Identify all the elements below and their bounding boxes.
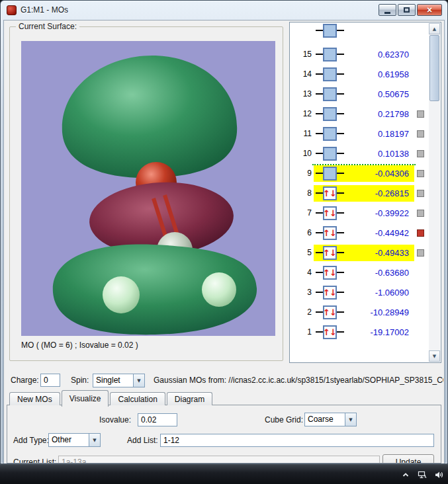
mo-indicator[interactable]: [417, 170, 424, 177]
mo-occupied-icon[interactable]: ↑↓: [323, 325, 337, 339]
mo-level-line[interactable]: 0.10138: [314, 145, 414, 162]
level-wire: [316, 232, 323, 233]
add-list-input[interactable]: [160, 434, 434, 447]
mo-list-scrollbar[interactable]: ▲ ▼: [429, 23, 440, 362]
chevron-down-icon[interactable]: ▼: [133, 374, 144, 387]
mo-indicator[interactable]: [417, 130, 424, 138]
mo-row[interactable]: 7↑↓-0.39922: [291, 203, 429, 223]
mo-indicator[interactable]: [417, 190, 424, 197]
spin-label: Spin:: [71, 376, 89, 385]
update-button[interactable]: Update: [382, 454, 434, 464]
mo-occupied-icon[interactable]: ↑↓: [323, 246, 337, 260]
mo-indicator-empty: [417, 269, 424, 276]
tab-new-mos[interactable]: New MOs: [9, 392, 60, 405]
mo-level-line[interactable]: ↑↓-19.17002: [314, 324, 414, 341]
close-button[interactable]: ×: [417, 4, 442, 16]
mo-occupied-icon[interactable]: ↑↓: [323, 305, 337, 319]
tab-diagram[interactable]: Diagram: [167, 392, 212, 405]
mo-row[interactable]: 100.10138: [291, 143, 429, 163]
mo-level-line[interactable]: 0.62370: [314, 46, 414, 63]
mo-level-line[interactable]: [314, 23, 414, 39]
cube-grid-select-value: Coarse: [305, 413, 345, 426]
mo-occupied-icon[interactable]: ↑↓: [323, 226, 337, 240]
mo-row[interactable]: 110.18197: [291, 124, 429, 143]
minimize-icon: [384, 12, 390, 14]
mo-number: 11: [296, 129, 312, 138]
titlebar[interactable]: G1:M1 - MOs ×: [1, 1, 447, 20]
spin-select[interactable]: Singlet ▼: [93, 374, 145, 387]
maximize-icon: [404, 7, 410, 13]
mo-level-line[interactable]: ↑↓-0.39922: [314, 205, 414, 222]
mo-level-line[interactable]: ↑↓-10.28949: [314, 304, 414, 321]
scroll-down-button[interactable]: ▼: [429, 350, 440, 362]
mo-level-line[interactable]: 0.50675: [314, 86, 414, 102]
scroll-up-button[interactable]: ▲: [429, 23, 440, 34]
mo-virtual-icon[interactable]: [323, 147, 337, 161]
mo-level-line[interactable]: 0.61958: [314, 66, 414, 83]
mo-row[interactable]: 8↑↓-0.26815: [291, 183, 429, 203]
mo-level-line[interactable]: ↑↓-1.06090: [314, 284, 414, 301]
mo-row[interactable]: 3↑↓-1.06090: [291, 282, 429, 302]
mo-row[interactable]: 4↑↓-0.63680: [291, 262, 429, 282]
mo-level-line[interactable]: ↑↓-0.49433: [314, 245, 414, 261]
maximize-button[interactable]: [398, 4, 416, 16]
mo-indicator[interactable]: [417, 229, 424, 237]
isovalue-input[interactable]: [138, 413, 177, 426]
chevron-down-icon[interactable]: ▼: [345, 413, 356, 426]
cube-grid-select[interactable]: Coarse ▼: [304, 413, 357, 426]
mo-row[interactable]: [291, 27, 429, 44]
mo-row[interactable]: 9-0.04306: [291, 163, 429, 183]
mo-indicator-empty: [417, 71, 424, 78]
mo-energy: -0.49433: [344, 248, 412, 258]
scrollbar-thumb[interactable]: [429, 35, 439, 101]
mo-indicator[interactable]: [417, 150, 424, 157]
tab-calculation[interactable]: Calculation: [110, 392, 165, 405]
show-hidden-icons-chevron-icon[interactable]: [400, 469, 411, 480]
isovalue-label: Isovalue:: [99, 415, 131, 424]
mo-level-line[interactable]: 0.18197: [314, 126, 414, 142]
mo-virtual-icon[interactable]: [323, 107, 337, 121]
mo-number: 4: [296, 268, 312, 277]
mo-row[interactable]: 120.21798: [291, 104, 429, 124]
add-type-select[interactable]: Other ▼: [48, 433, 101, 447]
visualize-panel: Isovalue: Cube Grid: Coarse ▼ Add Type: …: [7, 405, 441, 464]
mo-row[interactable]: 1↑↓-19.17002: [291, 322, 429, 342]
mo-number: 13: [296, 89, 312, 99]
mo-row[interactable]: 130.50675: [291, 84, 429, 104]
mo-row[interactable]: 5↑↓-0.49433: [291, 243, 429, 262]
mo-level-line[interactable]: 0.21798: [314, 106, 414, 122]
mo-virtual-icon[interactable]: [323, 167, 337, 181]
minimize-button[interactable]: [379, 4, 396, 16]
spin-down-arrow: ↓: [330, 308, 337, 317]
mo-virtual-icon[interactable]: [323, 48, 337, 61]
mo-row[interactable]: 150.62370: [291, 44, 429, 64]
mo-indicator[interactable]: [417, 110, 424, 118]
chevron-down-icon[interactable]: ▼: [89, 434, 100, 446]
mo-occupied-icon[interactable]: ↑↓: [323, 266, 337, 280]
mo-level-line[interactable]: ↑↓-0.63680: [314, 264, 414, 281]
window-icon: [7, 5, 17, 15]
charge-input[interactable]: [40, 374, 60, 387]
mo-indicator[interactable]: [417, 249, 424, 257]
mo-level-line[interactable]: -0.04306: [314, 165, 414, 182]
mo-virtual-icon[interactable]: [323, 87, 337, 101]
network-icon[interactable]: [417, 469, 427, 480]
mo-occupied-icon[interactable]: ↑↓: [323, 186, 337, 200]
level-wire: [337, 272, 344, 273]
tab-visualize[interactable]: Visualize: [62, 390, 109, 407]
mo-occupied-icon[interactable]: ↑↓: [323, 206, 337, 220]
mo-level-line[interactable]: ↑↓-0.26815: [314, 185, 414, 202]
mo-virtual-icon[interactable]: [323, 67, 337, 81]
level-wire: [316, 73, 323, 75]
speaker-icon[interactable]: [433, 469, 444, 480]
mo-virtual-icon[interactable]: [323, 127, 337, 141]
mo-number: 1: [296, 327, 312, 337]
mo-row[interactable]: 2↑↓-10.28949: [291, 302, 429, 322]
mo-virtual-icon[interactable]: [323, 24, 337, 38]
mo-level-line[interactable]: ↑↓-0.44942: [314, 225, 414, 241]
mo-row[interactable]: 6↑↓-0.44942: [291, 223, 429, 243]
mo-occupied-icon[interactable]: ↑↓: [323, 286, 337, 300]
mo-indicator[interactable]: [417, 210, 424, 217]
mo-row[interactable]: 140.61958: [291, 64, 429, 84]
mo-surface-view[interactable]: [21, 41, 275, 336]
